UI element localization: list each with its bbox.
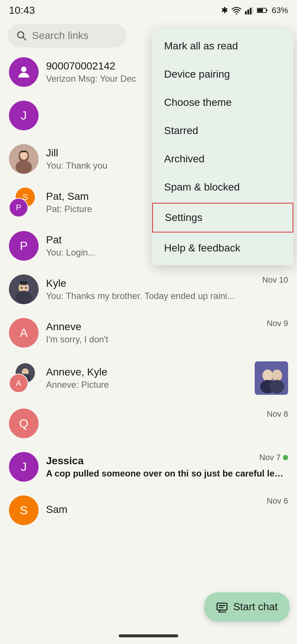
list-item[interactable]: J Jessica A cop pulled someone over on t… bbox=[0, 445, 297, 489]
svg-line-9 bbox=[23, 37, 26, 40]
svg-point-0 bbox=[236, 13, 237, 14]
conv-date: Nov 9 bbox=[267, 319, 288, 328]
conv-preview: Anneve: Picture bbox=[46, 380, 251, 390]
avatar: J bbox=[9, 452, 39, 482]
svg-point-28 bbox=[270, 380, 284, 393]
search-icon bbox=[16, 30, 27, 41]
menu-item-starred[interactable]: Starred bbox=[152, 117, 293, 145]
avatar: Q bbox=[9, 409, 39, 438]
avatar: A bbox=[9, 363, 39, 393]
list-item[interactable]: Q Nov 8 bbox=[0, 402, 297, 445]
conv-name: Sam bbox=[46, 504, 288, 515]
avatar: S P bbox=[9, 188, 39, 217]
avatar bbox=[9, 144, 39, 174]
svg-rect-6 bbox=[257, 9, 263, 12]
conv-date: Nov 7 bbox=[260, 453, 288, 462]
list-item[interactable]: A Anneve I'm sorry, I don't Nov 9 bbox=[0, 311, 297, 355]
search-placeholder: Search links bbox=[32, 30, 89, 42]
dropdown-menu: Mark all as read Device pairing Choose t… bbox=[152, 29, 293, 265]
avatar bbox=[9, 274, 39, 304]
start-chat-icon bbox=[216, 601, 228, 614]
start-chat-label: Start chat bbox=[233, 601, 278, 613]
menu-item-help-feedback[interactable]: Help & feedback bbox=[152, 234, 293, 262]
svg-rect-7 bbox=[266, 10, 267, 12]
conv-preview: You: Thanks my brother. Today ended up r… bbox=[46, 291, 288, 301]
search-bar[interactable]: Search links bbox=[7, 24, 126, 48]
conv-preview: A cop pulled someone over on thi so just… bbox=[46, 468, 288, 479]
svg-point-10 bbox=[21, 66, 27, 72]
status-bar: 10:43 ✱ bbox=[0, 0, 297, 19]
battery-icon bbox=[257, 7, 268, 14]
conv-date: Nov 6 bbox=[267, 496, 288, 506]
avatar bbox=[9, 57, 39, 87]
svg-point-20 bbox=[25, 287, 27, 289]
svg-rect-18 bbox=[20, 281, 27, 285]
conv-name: Jessica bbox=[46, 455, 288, 467]
menu-item-mark-all-as-read[interactable]: Mark all as read bbox=[152, 32, 293, 60]
conv-info: Anneve I'm sorry, I don't bbox=[46, 321, 288, 345]
conv-info: Sam bbox=[46, 504, 288, 517]
conv-preview: I'm sorry, I don't bbox=[46, 334, 288, 345]
avatar: S bbox=[9, 495, 39, 525]
conv-info: Anneve, Kyle Anneve: Picture bbox=[46, 366, 251, 390]
bluetooth-icon: ✱ bbox=[221, 6, 228, 15]
conv-name: Kyle bbox=[46, 277, 288, 289]
home-indicator bbox=[119, 634, 178, 637]
svg-point-25 bbox=[262, 370, 273, 381]
start-chat-fab[interactable]: Start chat bbox=[204, 592, 290, 622]
conv-date: Nov 10 bbox=[262, 275, 288, 285]
svg-point-27 bbox=[272, 370, 282, 381]
conv-info bbox=[46, 423, 288, 424]
avatar: P bbox=[9, 231, 39, 261]
conv-info: Jessica A cop pulled someone over on thi… bbox=[46, 455, 288, 479]
svg-point-19 bbox=[21, 287, 22, 289]
menu-item-settings[interactable]: Settings bbox=[152, 203, 293, 232]
avatar: J bbox=[9, 101, 39, 130]
menu-item-archived[interactable]: Archived bbox=[152, 145, 293, 173]
battery-percent: 63% bbox=[272, 6, 288, 15]
conv-date: Nov 8 bbox=[267, 409, 288, 419]
menu-item-device-pairing[interactable]: Device pairing bbox=[152, 60, 293, 88]
menu-item-spam-blocked[interactable]: Spam & blocked bbox=[152, 173, 293, 201]
svg-point-13 bbox=[16, 160, 32, 174]
list-item[interactable]: Kyle You: Thanks my brother. Today ended… bbox=[0, 268, 297, 311]
svg-rect-1 bbox=[245, 11, 247, 14]
svg-point-17 bbox=[16, 291, 32, 304]
svg-rect-29 bbox=[217, 603, 227, 610]
status-time: 10:43 bbox=[9, 4, 35, 16]
avatar: A bbox=[9, 318, 39, 348]
conv-info: Kyle You: Thanks my brother. Today ended… bbox=[46, 277, 288, 301]
signal-icon bbox=[245, 6, 253, 14]
conv-thumbnail bbox=[255, 361, 288, 395]
svg-rect-2 bbox=[247, 9, 249, 14]
status-icons: ✱ 63% bbox=[221, 6, 288, 15]
wifi-icon bbox=[232, 6, 241, 14]
conv-name: Anneve bbox=[46, 321, 288, 333]
list-item[interactable]: S Sam Nov 6 bbox=[0, 489, 297, 532]
menu-item-choose-theme[interactable]: Choose theme bbox=[152, 88, 293, 117]
svg-rect-4 bbox=[252, 6, 253, 14]
svg-rect-3 bbox=[250, 8, 252, 14]
conv-name: Anneve, Kyle bbox=[46, 366, 251, 378]
list-item[interactable]: A Anneve, Kyle Anneve: Picture bbox=[0, 355, 297, 402]
